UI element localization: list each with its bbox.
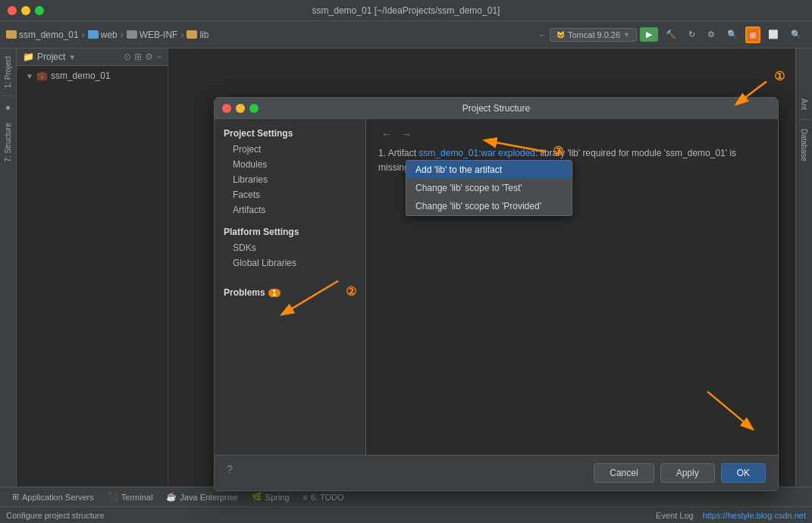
dropdown-arrow-icon: ▼ <box>68 53 76 61</box>
nav-platform-settings-header[interactable]: Platform Settings <box>215 224 365 240</box>
java-icon: ☕ <box>166 492 177 502</box>
nav-item-project[interactable]: Project <box>215 142 365 157</box>
server-icon: ⊞ <box>12 492 19 502</box>
nav-history: ← → <box>378 128 766 140</box>
panel-layout-icon[interactable]: ⊞ <box>134 52 142 62</box>
sidebar-item-ant[interactable]: Ant <box>798 94 810 114</box>
nav-item-global-libraries[interactable]: Global Libraries <box>215 255 365 271</box>
breadcrumb-web[interactable]: web <box>88 30 118 40</box>
dialog-body: Project Settings Project Modules Librari… <box>215 119 778 455</box>
project-panel-header: 📁 Project ▼ ⊙ ⊞ ⚙ − <box>17 49 168 66</box>
breadcrumb-webinf[interactable]: WEB-INF <box>127 30 178 40</box>
apply-button[interactable]: Apply <box>660 463 715 483</box>
bottom-tab-spring[interactable]: 🌿 Spring <box>246 490 296 503</box>
right-sidebar: Ant Database <box>795 49 812 487</box>
panel-sync-icon[interactable]: ⊙ <box>124 52 131 62</box>
window-controls[interactable] <box>8 6 44 15</box>
webinf-folder-icon <box>127 30 137 39</box>
dialog-title: Project Structure <box>462 103 530 114</box>
spring-icon: 🌿 <box>252 492 262 502</box>
context-menu-item-provided[interactable]: Change 'lib' scope to 'Provided' <box>406 197 572 215</box>
split-button[interactable]: ⬜ <box>763 28 783 41</box>
dialog-window-controls[interactable] <box>222 104 259 113</box>
title-bar: ssm_demo_01 [~/IdeaProjects/ssm_demo_01] <box>0 0 812 21</box>
dialog-close-button[interactable] <box>222 104 231 113</box>
project-tree: ▼ 💼 ssm_demo_01 <box>17 66 168 487</box>
breadcrumb: ssm_demo_01 › web › WEB-INF › lib <box>6 30 535 40</box>
tree-item-root[interactable]: ▼ 💼 ssm_demo_01 <box>17 69 168 83</box>
dialog-footer: ? Cancel Apply OK <box>215 455 778 490</box>
nav-item-facets[interactable]: Facets <box>215 187 365 202</box>
nav-item-artifacts[interactable]: Artifacts <box>215 202 365 218</box>
search-button[interactable]: ⚙ <box>703 28 720 41</box>
nav-item-libraries[interactable]: Libraries <box>215 172 365 187</box>
breadcrumb-lib[interactable]: lib <box>187 30 208 40</box>
dialog-overlay: Project Structure Project Settings Proje… <box>214 97 779 450</box>
minimize-button[interactable] <box>21 6 30 15</box>
breadcrumb-root[interactable]: ssm_demo_01 <box>6 30 79 40</box>
project-icon: 💼 <box>36 70 48 81</box>
build-button[interactable]: 🔨 <box>661 28 681 41</box>
tomcat-icon: 🐱 <box>556 31 565 39</box>
main-toolbar: ssm_demo_01 › web › WEB-INF › lib ← 🐱 To… <box>0 21 812 49</box>
svg-text:①: ① <box>774 70 785 83</box>
ok-button[interactable]: OK <box>721 463 766 483</box>
panel-minimize-icon[interactable]: − <box>156 52 161 62</box>
context-menu: Add 'lib' to the artifact Change 'lib' s… <box>406 160 572 216</box>
toolbar-actions: ← 🐱 Tomcat 9.0.26 ▼ ▶ 🔨 ↻ ⚙ 🔍 ⊞ ⬜ 🔍 <box>538 27 806 43</box>
config-button[interactable]: 🔍 <box>723 28 742 41</box>
project-folder-icon <box>6 30 17 39</box>
sidebar-item-structure[interactable]: 7: Structure <box>2 118 14 167</box>
bottom-tab-java-enterprise[interactable]: ☕ Java Enterprise <box>160 490 243 503</box>
bottom-tab-terminal[interactable]: ⬛ Terminal <box>102 490 159 503</box>
search-everywhere-button[interactable]: 🔍 <box>786 28 806 41</box>
panel-settings-icon[interactable]: ⚙ <box>145 52 153 62</box>
terminal-icon: ⬛ <box>108 492 118 502</box>
run-button[interactable]: ▶ <box>640 27 658 42</box>
status-bar: Configure project structure Event Log ht… <box>0 506 812 523</box>
back-button[interactable]: ← <box>378 128 395 140</box>
main-content: Project Structure Project Settings Proje… <box>168 49 795 487</box>
problems-badge: 1 <box>268 289 281 297</box>
structure-icon: ⊞ <box>750 31 756 39</box>
event-log-label[interactable]: Event Log <box>656 511 694 520</box>
bottom-tab-app-servers[interactable]: ⊞ Application Servers <box>6 490 100 503</box>
nav-item-sdks[interactable]: SDKs <box>215 240 365 255</box>
update-button[interactable]: ↻ <box>684 28 700 41</box>
project-panel-title: 📁 Project ▼ <box>23 52 76 62</box>
status-right: Event Log https://hestyle.blog.csdn.net <box>656 511 806 520</box>
nav-problems-section: Problems 1 <box>215 283 365 299</box>
dropdown-icon: ▼ <box>623 31 630 39</box>
tomcat-config[interactable]: 🐱 Tomcat 9.0.26 ▼ <box>550 28 637 42</box>
close-button[interactable] <box>8 6 17 15</box>
dialog-nav: Project Settings Project Modules Librari… <box>215 119 366 455</box>
dialog-content: ← → 1. Artifact ssm_demo_01:war exploded… <box>366 119 778 455</box>
dialog-maximize-button[interactable] <box>249 104 259 113</box>
status-message: Configure project structure <box>6 511 105 520</box>
artifact-link[interactable]: ssm_demo_01:war exploded <box>419 148 535 158</box>
window-title: ssm_demo_01 [~/IdeaProjects/ssm_demo_01] <box>312 5 500 16</box>
maximize-button[interactable] <box>35 6 44 15</box>
dialog-titlebar: Project Structure <box>215 98 778 119</box>
structure-button[interactable]: ⊞ <box>745 27 760 43</box>
forward-button[interactable]: → <box>398 128 415 140</box>
folder-icon: 📁 <box>23 52 34 62</box>
cancel-button[interactable]: Cancel <box>594 463 654 483</box>
todo-icon: ≡ <box>303 493 308 502</box>
nav-problems-header[interactable]: Problems 1 <box>215 283 365 299</box>
bottom-tab-todo[interactable]: ≡ 6: TODO <box>297 491 350 503</box>
arrow-left-icon: ← <box>538 30 547 39</box>
status-url: https://hestyle.blog.csdn.net <box>703 511 806 520</box>
context-menu-item-test[interactable]: Change 'lib' scope to 'Test' <box>406 179 572 197</box>
nav-item-modules[interactable]: Modules <box>215 157 365 172</box>
nav-project-settings-header[interactable]: Project Settings <box>215 125 365 142</box>
help-button[interactable]: ? <box>227 463 233 483</box>
panel-toolbar: ⊙ ⊞ ⚙ − <box>124 52 161 62</box>
star-icon: ★ <box>4 104 12 112</box>
dialog-minimize-button[interactable] <box>236 104 245 113</box>
context-menu-item-add[interactable]: Add 'lib' to the artifact <box>406 161 572 179</box>
lib-folder-icon <box>187 30 197 39</box>
sidebar-item-project[interactable]: 1: Project <box>2 52 14 92</box>
sidebar-item-database[interactable]: Database <box>798 124 810 166</box>
sidebar-item-favorites[interactable]: ★ <box>2 99 14 117</box>
